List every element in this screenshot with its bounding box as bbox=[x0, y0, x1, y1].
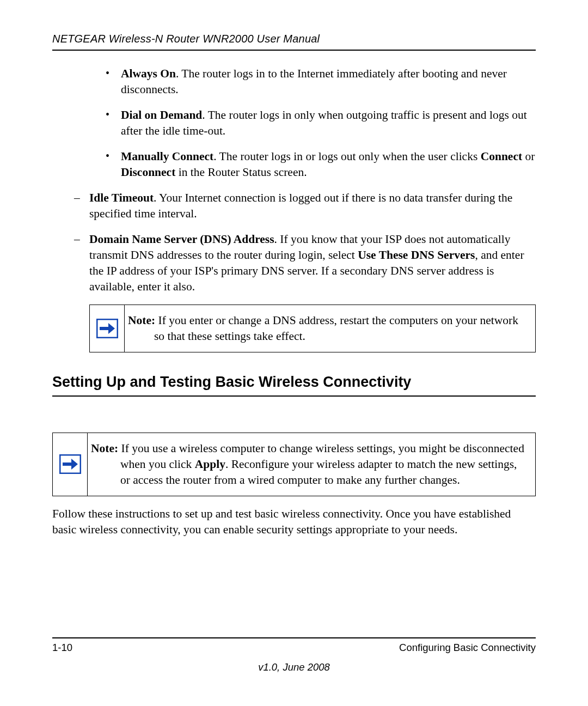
note-text: Note: If you enter or change a DNS addre… bbox=[125, 305, 535, 352]
bullet-text: in the Router Status screen. bbox=[175, 166, 307, 179]
connect-word: Connect bbox=[481, 150, 522, 163]
page-body: Always On. The router logs in to the Int… bbox=[52, 66, 536, 538]
bullet-label: Manually Connect bbox=[121, 150, 213, 163]
bullet-label: Dial on Demand bbox=[121, 108, 202, 121]
footer-version: v1.0, June 2008 bbox=[52, 661, 536, 673]
paragraph-follow: Follow these instructions to set up and … bbox=[52, 506, 536, 538]
note-label: Note: bbox=[91, 442, 118, 455]
section-heading: Setting Up and Testing Basic Wireless Co… bbox=[52, 372, 536, 396]
dash-label: Domain Name Server (DNS) Address bbox=[89, 233, 274, 246]
bullet-list: Always On. The router logs in to the Int… bbox=[52, 66, 536, 180]
page-number: 1-10 bbox=[52, 642, 72, 654]
note-label: Note: bbox=[128, 314, 155, 327]
use-these-dns: Use These DNS Servers bbox=[358, 248, 475, 261]
page-header: NETGEAR Wireless-N Router WNR2000 User M… bbox=[52, 33, 536, 51]
dash-list: Idle Timeout. Your Internet connection i… bbox=[52, 190, 536, 295]
bullet-manually-connect: Manually Connect. The router logs in or … bbox=[106, 149, 536, 180]
arrow-right-icon bbox=[59, 454, 81, 474]
note-box-dns: Note: If you enter or change a DNS addre… bbox=[89, 305, 536, 352]
dash-idle-timeout: Idle Timeout. Your Internet connection i… bbox=[74, 190, 536, 222]
bullet-dial-on-demand: Dial on Demand. The router logs in only … bbox=[106, 107, 536, 139]
bullet-text: or bbox=[522, 150, 535, 163]
arrow-right-icon bbox=[96, 319, 118, 338]
note-icon-cell bbox=[53, 433, 88, 496]
note-text: Note: If you use a wireless computer to … bbox=[88, 433, 535, 496]
note-content: If you enter or change a DNS address, re… bbox=[154, 314, 518, 343]
dash-dns: Domain Name Server (DNS) Address. If you… bbox=[74, 232, 536, 295]
disconnect-word: Disconnect bbox=[121, 166, 175, 179]
bullet-text: . The router logs in or logs out only wh… bbox=[213, 150, 480, 163]
bullet-text: . The router logs in to the Internet imm… bbox=[121, 67, 507, 96]
note-icon-cell bbox=[90, 305, 125, 352]
footer-section: Configuring Basic Connectivity bbox=[399, 642, 536, 654]
dash-label: Idle Timeout bbox=[89, 191, 154, 204]
bullet-label: Always On bbox=[121, 67, 176, 80]
bullet-always-on: Always On. The router logs in to the Int… bbox=[106, 66, 536, 98]
apply-word: Apply bbox=[195, 458, 225, 471]
page-footer: 1-10 Configuring Basic Connectivity v1.0… bbox=[52, 637, 536, 673]
note-box-wireless: Note: If you use a wireless computer to … bbox=[52, 433, 536, 496]
